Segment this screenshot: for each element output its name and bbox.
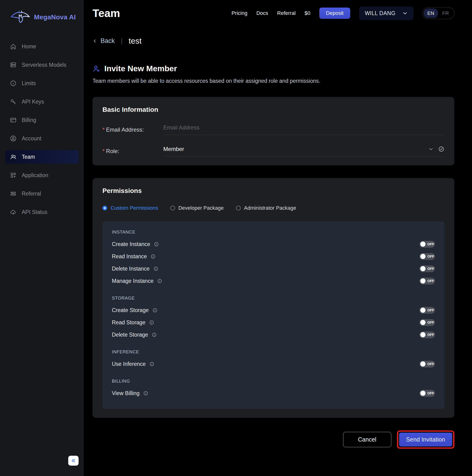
brand-logo: MegaNova AI	[0, 0, 84, 26]
toggle-state-label: OFF	[427, 267, 434, 271]
permission-package-options: Custom PermissionsDeveloper PackageAdmin…	[103, 205, 444, 211]
role-select[interactable]: Member	[163, 146, 444, 156]
toggle-state-label: OFF	[427, 242, 434, 246]
permission-label: Create Instance	[112, 241, 150, 247]
permission-group-storage: STORAGECreate StorageOFFRead StorageOFFD…	[112, 296, 435, 341]
home-icon	[10, 43, 17, 50]
sidebar-collapse-button[interactable]	[68, 456, 79, 466]
info-circle-icon	[10, 80, 17, 86]
user-name: WILL DANG	[365, 10, 396, 17]
info-icon	[153, 266, 158, 271]
info-icon	[151, 254, 156, 259]
sidebar-item-label: Application	[22, 172, 48, 179]
toggle-knob	[420, 332, 425, 337]
permission-group-billing: BILLINGView BillingOFF	[112, 379, 435, 399]
page-title: Team	[92, 7, 120, 19]
sidebar: MegaNova AI HomeServerless ModelsLimitsA…	[0, 0, 84, 476]
email-label: *Email Address:	[103, 126, 163, 133]
email-row: *Email Address:	[103, 124, 444, 135]
sidebar-item-label: API Keys	[22, 99, 44, 105]
toggle-manage-instance[interactable]: OFF	[419, 278, 435, 285]
toggle-create-storage[interactable]: OFF	[419, 307, 435, 314]
person-plus-icon	[92, 65, 101, 73]
permission-group-title: STORAGE	[112, 296, 435, 301]
toggle-knob	[420, 241, 425, 247]
check-circle-icon	[438, 146, 444, 152]
team-icon	[10, 153, 17, 160]
radio-label: Administrator Package	[244, 205, 296, 211]
radio-circle-icon	[170, 206, 175, 210]
deposit-button[interactable]: Deposit	[319, 8, 350, 19]
manta-ray-logo-icon	[9, 8, 32, 26]
email-field-wrap	[163, 124, 444, 135]
permission-label: Use Inference	[112, 361, 146, 367]
sidebar-item-label: Limits	[22, 80, 36, 86]
sidebar-item-label: Referral	[22, 191, 41, 197]
cancel-button[interactable]: Cancel	[343, 432, 391, 447]
sidebar-item-billing[interactable]: Billing	[5, 113, 79, 127]
info-icon	[152, 332, 157, 337]
toggle-create-instance[interactable]: OFF	[419, 241, 435, 248]
info-icon	[143, 391, 148, 396]
send-invitation-button[interactable]: Send Invitation	[399, 433, 452, 446]
radio-administrator-package[interactable]: Administrator Package	[236, 205, 296, 211]
nav-link-docs[interactable]: Docs	[256, 10, 268, 16]
toggle-state-label: OFF	[427, 279, 434, 283]
language-option-en[interactable]: EN	[424, 8, 438, 18]
credit-card-icon	[10, 117, 17, 123]
sidebar-item-api-keys[interactable]: API Keys	[5, 95, 79, 108]
toggle-delete-storage[interactable]: OFF	[419, 331, 435, 338]
main-content: Team PricingDocsReferral $0 Deposit WILL…	[84, 0, 472, 476]
permission-row-delete-storage: Delete StorageOFF	[112, 329, 435, 341]
info-icon	[153, 308, 157, 313]
permission-label: Read Storage	[112, 319, 145, 326]
toggle-knob	[420, 278, 425, 284]
sidebar-item-label: Serverless Models	[22, 62, 66, 68]
permission-group-title: INSTANCE	[112, 230, 435, 235]
nav-link-referral[interactable]: Referral	[277, 10, 296, 16]
toggle-read-instance[interactable]: OFF	[419, 253, 435, 260]
toggle-state-label: OFF	[427, 391, 434, 395]
sidebar-item-label: Account	[22, 136, 41, 142]
radio-custom-permissions[interactable]: Custom Permissions	[103, 205, 158, 211]
sidebar-item-home[interactable]: Home	[5, 40, 79, 53]
toggle-state-label: OFF	[427, 333, 434, 337]
sidebar-item-account[interactable]: Account	[5, 132, 79, 145]
toggle-view-billing[interactable]: OFF	[419, 390, 435, 397]
toggle-state-label: OFF	[427, 308, 434, 312]
radio-developer-package[interactable]: Developer Package	[170, 205, 224, 211]
permission-group-instance: INSTANCECreate InstanceOFFRead InstanceO…	[112, 230, 435, 287]
required-asterisk: *	[103, 148, 105, 154]
basic-information-title: Basic Information	[103, 106, 444, 114]
email-input[interactable]	[163, 124, 444, 131]
sidebar-item-label: Billing	[22, 117, 36, 123]
balance-amount[interactable]: $0	[305, 10, 310, 16]
sidebar-item-limits[interactable]: Limits	[5, 76, 79, 90]
info-icon	[157, 279, 162, 284]
role-selected-value: Member	[163, 146, 428, 152]
ticket-icon	[10, 190, 17, 197]
nav-link-pricing[interactable]: Pricing	[231, 10, 247, 16]
toggle-read-storage[interactable]: OFF	[419, 319, 435, 326]
sidebar-item-api-status[interactable]: API Status	[5, 205, 79, 219]
permission-row-view-billing: View BillingOFF	[112, 387, 435, 399]
sidebar-item-label: Home	[22, 43, 36, 50]
back-button[interactable]: Back	[92, 37, 115, 45]
language-option-fr[interactable]: FR	[438, 8, 453, 18]
sidebar-item-application[interactable]: Application	[5, 169, 79, 182]
permission-label: View Billing	[112, 390, 140, 396]
toggle-delete-instance[interactable]: OFF	[419, 265, 435, 272]
header-nav: PricingDocsReferral $0 Deposit WILL DANG…	[231, 7, 454, 20]
permission-row-use-inference: Use InferenceOFF	[112, 358, 435, 370]
sidebar-item-team[interactable]: Team	[5, 150, 79, 164]
toggle-knob	[420, 361, 425, 367]
permission-label: Read Instance	[112, 253, 147, 260]
radio-circle-icon	[236, 206, 241, 210]
toggle-use-inference[interactable]: OFF	[419, 361, 435, 368]
user-menu[interactable]: WILL DANG	[359, 7, 414, 20]
apps-icon	[10, 172, 17, 179]
sidebar-item-label: Team	[22, 154, 35, 160]
permission-row-read-storage: Read StorageOFF	[112, 316, 435, 329]
sidebar-item-referral[interactable]: Referral	[5, 187, 79, 201]
sidebar-item-serverless-models[interactable]: Serverless Models	[5, 58, 79, 72]
